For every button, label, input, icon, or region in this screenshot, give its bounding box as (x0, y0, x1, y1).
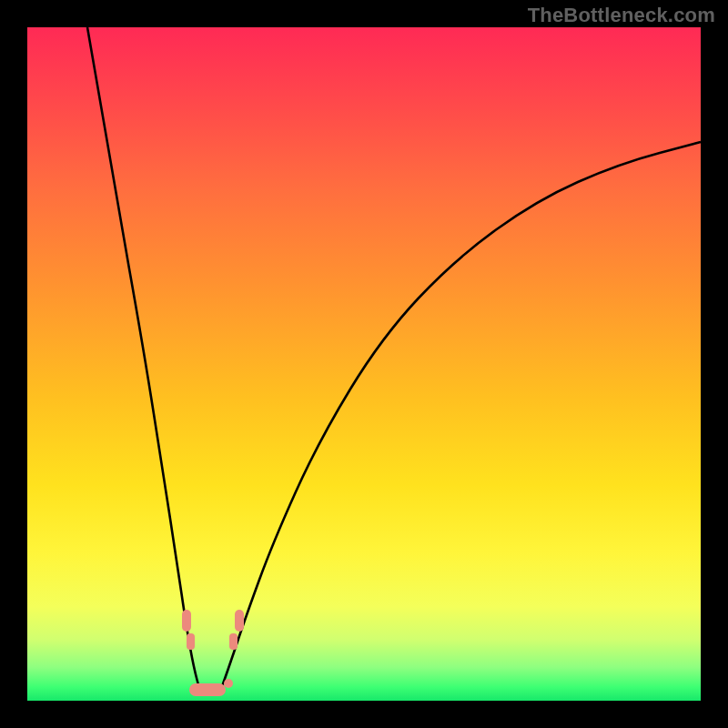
plot-area (27, 27, 701, 701)
marker (189, 683, 226, 696)
marker (235, 610, 244, 632)
marker (224, 679, 233, 688)
stage: TheBottleneck.com (0, 0, 728, 728)
curve-right-leg (220, 142, 701, 692)
bottleneck-curve (27, 27, 701, 701)
marker (187, 633, 195, 650)
watermark-text: TheBottleneck.com (528, 4, 715, 27)
curve-left-leg (87, 27, 200, 692)
marker (229, 633, 238, 650)
marker (182, 610, 191, 632)
